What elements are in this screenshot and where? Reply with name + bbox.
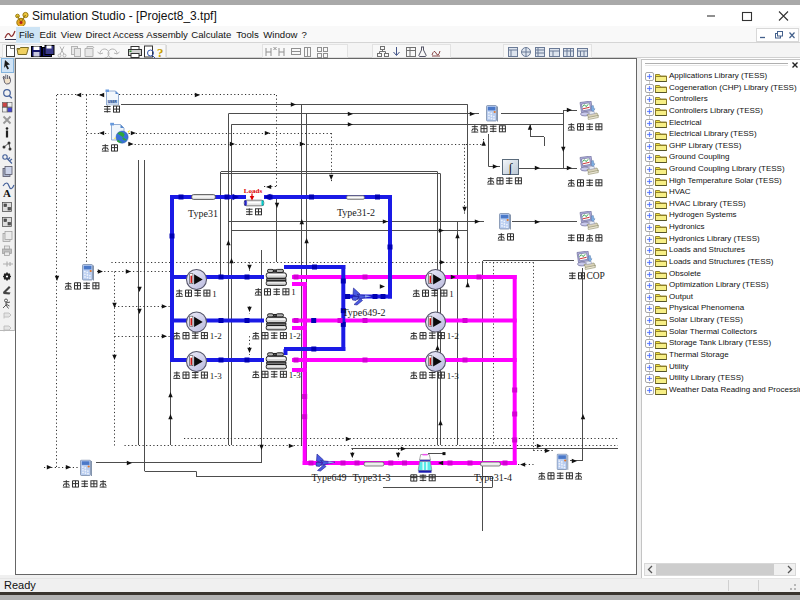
svg-text:?: ? (157, 45, 164, 59)
svg-text:A: A (3, 187, 11, 199)
